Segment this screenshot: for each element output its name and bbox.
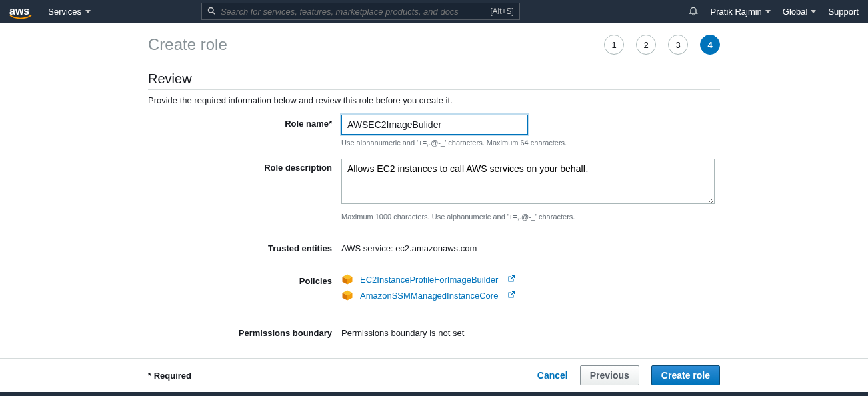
page-header: Create role 1 2 3 4 xyxy=(148,35,720,63)
aws-smile-icon xyxy=(9,15,32,19)
page-content: Create role 1 2 3 4 Review Provide the r… xyxy=(148,35,720,376)
policy-cube-icon xyxy=(341,273,353,285)
aws-logo[interactable]: aws xyxy=(9,5,29,17)
account-menu[interactable]: Pratik Rajmin xyxy=(711,7,771,17)
services-label: Services xyxy=(48,7,81,17)
support-label: Support xyxy=(828,7,859,17)
perm-boundary-value: Permissions boundary is not set xyxy=(341,324,720,338)
trusted-row: Trusted entities AWS service: ec2.amazon… xyxy=(148,239,720,253)
caret-down-icon xyxy=(765,10,771,13)
user-name: Pratik Rajmin xyxy=(711,7,762,17)
step-2[interactable]: 2 xyxy=(636,35,656,55)
policy-item: AmazonSSMManagedInstanceCore xyxy=(341,289,720,301)
external-link-icon xyxy=(507,291,515,300)
role-desc-hint: Maximum 1000 characters. Use alphanumeri… xyxy=(341,213,720,221)
page-title: Create role xyxy=(148,35,227,54)
create-role-button[interactable]: Create role xyxy=(651,365,720,385)
search-box[interactable]: [Alt+S] xyxy=(201,3,520,20)
policy-item: EC2InstanceProfileForImageBuilder xyxy=(341,273,720,285)
role-name-input[interactable] xyxy=(341,115,528,135)
search-shortcut: [Alt+S] xyxy=(490,7,514,16)
step-1[interactable]: 1 xyxy=(604,35,624,55)
search-icon xyxy=(207,7,215,17)
policies-row: Policies EC2InstanceProfileForImageBuild… xyxy=(148,272,720,305)
role-name-label: Role name* xyxy=(148,115,341,147)
policy-cube-icon xyxy=(341,289,353,301)
trusted-value: AWS service: ec2.amazonaws.com xyxy=(341,239,720,253)
trusted-label: Trusted entities xyxy=(148,239,341,253)
policies-label: Policies xyxy=(148,272,341,305)
cancel-button[interactable]: Cancel xyxy=(537,370,568,381)
previous-button[interactable]: Previous xyxy=(580,365,639,385)
services-menu[interactable]: Services xyxy=(48,7,91,17)
nav-right: Pratik Rajmin Global Support xyxy=(688,5,859,18)
role-name-hint: Use alphanumeric and '+=,.@-_' character… xyxy=(341,139,720,147)
role-desc-textarea[interactable] xyxy=(341,159,715,204)
notifications-icon[interactable] xyxy=(688,5,699,18)
support-menu[interactable]: Support xyxy=(828,7,859,17)
region-menu[interactable]: Global xyxy=(783,7,817,17)
role-name-row: Role name* Use alphanumeric and '+=,.@-_… xyxy=(148,115,720,147)
bottom-strip xyxy=(0,392,868,396)
wizard-steps: 1 2 3 4 xyxy=(604,35,720,55)
policy-link[interactable]: EC2InstanceProfileForImageBuilder xyxy=(360,275,498,285)
svg-line-1 xyxy=(213,12,215,14)
external-link-icon xyxy=(507,275,515,284)
region-label: Global xyxy=(783,7,808,17)
perm-boundary-row: Permissions boundary Permissions boundar… xyxy=(148,324,720,338)
policy-link[interactable]: AmazonSSMManagedInstanceCore xyxy=(360,291,498,301)
caret-down-icon xyxy=(85,10,91,13)
step-3[interactable]: 3 xyxy=(668,35,688,55)
top-nav: aws Services [Alt+S] Pratik Rajmin Globa… xyxy=(0,0,868,23)
perm-boundary-label: Permissions boundary xyxy=(148,324,341,338)
role-desc-label: Role description xyxy=(148,159,341,221)
svg-point-0 xyxy=(208,7,213,13)
search-input[interactable] xyxy=(221,7,485,17)
required-note: * Required xyxy=(148,371,191,381)
footer-actions: Cancel Previous Create role xyxy=(537,365,720,385)
role-desc-row: Role description Maximum 1000 characters… xyxy=(148,159,720,221)
caret-down-icon xyxy=(811,10,816,13)
step-4[interactable]: 4 xyxy=(700,35,720,55)
review-heading: Review xyxy=(148,71,720,87)
page-footer: * Required Cancel Previous Create role xyxy=(0,358,868,392)
review-description: Provide the required information below a… xyxy=(148,95,720,105)
